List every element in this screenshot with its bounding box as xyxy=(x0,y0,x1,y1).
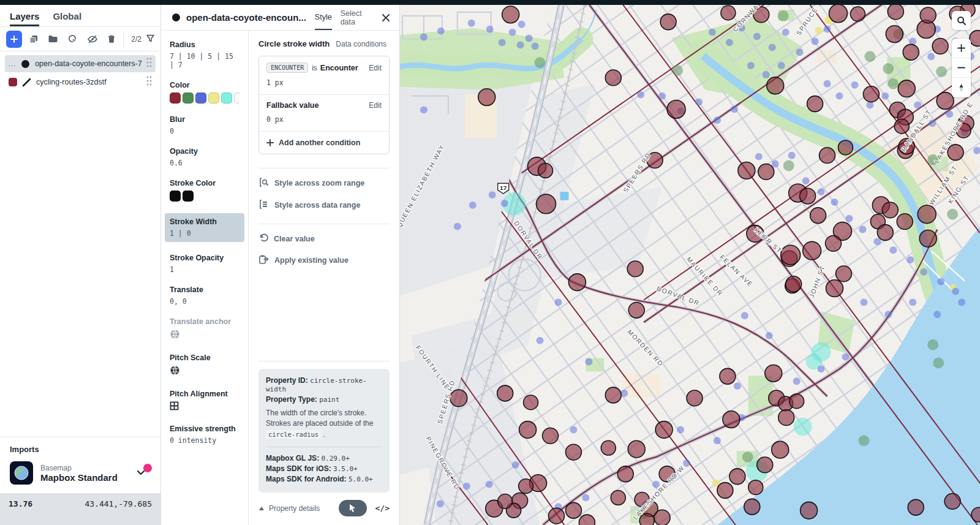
close-icon[interactable] xyxy=(381,13,391,23)
encounter-marker[interactable] xyxy=(810,208,826,224)
property-pitch-alignment[interactable]: Pitch Alignment xyxy=(170,390,239,413)
encounter-marker[interactable] xyxy=(667,100,685,119)
select-feature-button[interactable] xyxy=(65,31,81,48)
encounter-marker[interactable] xyxy=(543,428,559,444)
filter-icon[interactable] xyxy=(146,34,154,45)
encounter-marker[interactable] xyxy=(826,235,842,251)
encounter-marker[interactable] xyxy=(826,280,843,297)
encounter-marker[interactable] xyxy=(767,77,784,94)
color-swatch[interactable] xyxy=(170,191,181,202)
encounter-marker[interactable] xyxy=(829,5,848,23)
delete-layer-button[interactable] xyxy=(104,31,119,48)
cursor-mode-button[interactable] xyxy=(339,500,367,516)
add-layer-button[interactable] xyxy=(6,31,22,48)
color-swatch[interactable] xyxy=(170,93,181,104)
drag-handle-icon[interactable] xyxy=(146,58,152,70)
encounter-marker[interactable] xyxy=(738,162,755,179)
encounter-marker[interactable] xyxy=(919,230,937,247)
encounter-marker[interactable] xyxy=(687,390,703,406)
encounter-marker[interactable] xyxy=(801,502,818,519)
encounter-marker[interactable] xyxy=(611,491,625,505)
property-stroke-color[interactable]: Stroke Color xyxy=(170,179,239,202)
zoom-in-button[interactable] xyxy=(952,39,971,58)
encounter-marker[interactable] xyxy=(538,164,553,178)
encounter-marker[interactable] xyxy=(723,411,740,428)
encounter-marker[interactable] xyxy=(524,395,538,410)
encounter-marker[interactable] xyxy=(655,421,673,439)
duplicate-layer-button[interactable] xyxy=(26,31,42,48)
encounter-marker[interactable] xyxy=(877,225,893,241)
layer-row[interactable]: cycling-routes-3zdstf xyxy=(5,74,156,91)
encounter-marker[interactable] xyxy=(932,38,948,54)
encounter-marker[interactable] xyxy=(627,261,643,277)
compass-button[interactable] xyxy=(952,78,971,97)
group-layers-button[interactable] xyxy=(45,31,61,48)
encounter-marker[interactable] xyxy=(903,44,919,60)
encounter-marker[interactable] xyxy=(660,14,676,30)
encounter-marker[interactable] xyxy=(565,444,581,460)
encounter-marker[interactable] xyxy=(720,368,736,384)
encounter-marker[interactable] xyxy=(800,188,816,204)
encounter-marker[interactable] xyxy=(803,241,821,260)
encounter-marker[interactable] xyxy=(548,508,564,524)
encounter-marker[interactable] xyxy=(772,441,789,458)
property-pitch-scale[interactable]: Pitch Scale xyxy=(170,353,239,378)
color-swatch[interactable] xyxy=(221,93,232,104)
encounter-marker[interactable] xyxy=(537,194,556,214)
tab-layers[interactable]: Layers xyxy=(10,11,39,26)
encounter-marker[interactable] xyxy=(568,274,586,291)
encounter-marker[interactable] xyxy=(790,394,804,409)
encounter-marker[interactable] xyxy=(519,421,537,439)
encounter-marker[interactable] xyxy=(948,145,963,161)
layer-row[interactable]: ...open-data-coyote-encounters-7lx... xyxy=(5,55,156,72)
encounter-marker[interactable] xyxy=(820,148,835,164)
encounter-marker[interactable] xyxy=(781,245,801,265)
encounter-marker[interactable] xyxy=(920,7,936,23)
color-swatch[interactable] xyxy=(195,93,206,104)
color-swatch[interactable] xyxy=(183,191,194,202)
encounter-marker[interactable] xyxy=(835,266,851,282)
map-search-button[interactable] xyxy=(952,11,971,30)
zoom-out-button[interactable] xyxy=(952,58,971,78)
property-details-toggle[interactable]: Property details xyxy=(258,504,320,513)
property-color[interactable]: Color xyxy=(170,81,239,104)
tab-global[interactable]: Global xyxy=(53,11,81,26)
property-stroke-width[interactable]: Stroke Width1 | 0 xyxy=(165,213,244,242)
edit-link[interactable]: Edit xyxy=(369,101,382,110)
encounter-marker[interactable] xyxy=(628,302,644,318)
hide-layer-button[interactable] xyxy=(85,31,100,48)
encounter-marker[interactable] xyxy=(882,202,898,218)
color-swatch[interactable] xyxy=(234,93,239,104)
encounter-marker[interactable] xyxy=(838,140,853,155)
property-translate[interactable]: Translate0, 0 xyxy=(170,285,239,306)
action-data-style[interactable]: Style across data range xyxy=(258,199,390,211)
encounter-marker[interactable] xyxy=(850,7,865,21)
encounter-marker[interactable] xyxy=(778,410,794,426)
encounter-marker[interactable] xyxy=(717,483,733,499)
edit-link[interactable]: Edit xyxy=(369,64,382,72)
encounter-marker[interactable] xyxy=(497,385,513,401)
encounter-marker[interactable] xyxy=(729,469,745,485)
encounter-marker[interactable] xyxy=(888,5,903,20)
encounter-marker[interactable] xyxy=(628,440,645,458)
encounter-marker[interactable] xyxy=(617,466,633,482)
property-radius[interactable]: Radius7 | 10 | 5 | 15 | 7 xyxy=(170,40,239,69)
encounter-marker[interactable] xyxy=(502,6,519,23)
property-translate-anchor[interactable]: Translate anchor xyxy=(170,317,239,342)
drag-handle-icon[interactable] xyxy=(146,76,152,88)
action-undo[interactable]: Clear value xyxy=(258,233,390,244)
property-stroke-opacity[interactable]: Stroke Opacity1 xyxy=(170,254,239,274)
encounter-marker[interactable] xyxy=(757,457,773,473)
tab-select-data[interactable]: Select data xyxy=(341,2,372,34)
encounter-marker[interactable] xyxy=(748,480,763,495)
encounter-marker[interactable] xyxy=(758,164,774,180)
encounter-marker[interactable] xyxy=(744,499,760,515)
encounter-marker[interactable] xyxy=(478,89,496,106)
encounter-marker[interactable] xyxy=(565,502,581,518)
encounter-marker[interactable] xyxy=(944,493,960,509)
color-swatch[interactable] xyxy=(183,93,194,104)
action-zoom-style[interactable]: Style across zoom range xyxy=(258,177,390,189)
encounter-marker[interactable] xyxy=(898,80,915,97)
encounter-marker[interactable] xyxy=(897,214,913,230)
encounter-marker[interactable] xyxy=(765,364,782,382)
